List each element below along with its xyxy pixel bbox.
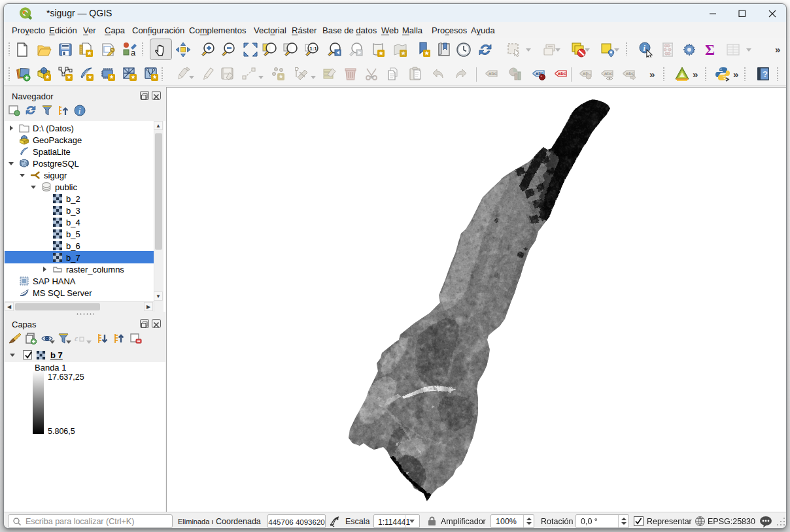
svg-text:abc: abc — [558, 71, 566, 76]
svg-text:abc: abc — [604, 71, 613, 76]
svg-text:?: ? — [763, 69, 768, 79]
svg-text:ε: ε — [75, 333, 78, 343]
svg-text:Σ: Σ — [705, 42, 715, 58]
svg-text:abc: abc — [489, 71, 497, 76]
svg-text:1:1: 1:1 — [309, 46, 317, 52]
svg-text:a: a — [131, 48, 136, 58]
